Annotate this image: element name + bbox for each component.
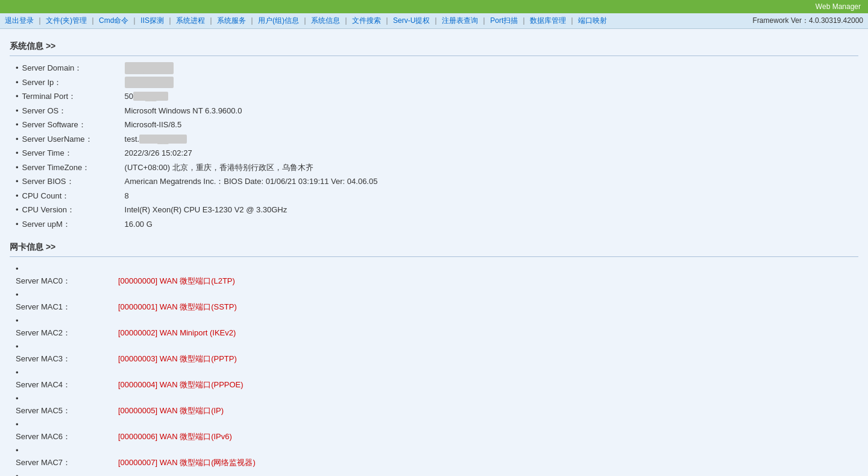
nav-sep-9: ｜ <box>432 16 439 26</box>
mac-value-7: [00000007] WAN 微型端口(网络监视器) <box>118 457 256 469</box>
nav-link-4[interactable]: 系统进程 <box>176 16 205 26</box>
mac-label-7: Server MAC7： <box>16 457 118 469</box>
nav-link-0[interactable]: 退出登录 <box>5 16 34 26</box>
system-info-label-7: Server TimeZone： <box>22 162 125 174</box>
nav-sep-0: ｜ <box>36 16 43 26</box>
system-info-list: Server Domain：████████Server Ip：████████… <box>16 62 858 230</box>
mac-info-item-8: Server MAC8：[00000008] Microsoft 内核调试网络适… <box>16 471 858 476</box>
mac-label-6: Server MAC6： <box>16 431 118 443</box>
nav-link-3[interactable]: IIS探测 <box>140 16 164 26</box>
mac-value-0: [00000000] WAN 微型端口(L2TP) <box>118 275 235 287</box>
mac-info-item-3: Server MAC3：[00000003] WAN 微型端口(PPTP) <box>16 341 858 364</box>
title-bar: Web Manager <box>0 0 868 13</box>
mac-label-0: Server MAC0： <box>16 275 118 287</box>
system-info-value-9: 8 <box>125 190 129 202</box>
system-info-item-1: Server Ip：████████ <box>16 77 858 89</box>
nav-link-5[interactable]: 系统服务 <box>217 16 246 26</box>
system-info-label-5: Server UserName： <box>22 133 125 145</box>
system-info-label-1: Server Ip： <box>22 77 125 89</box>
nav-link-1[interactable]: 文件(夹)管理 <box>46 16 87 26</box>
mac-value-3: [00000003] WAN 微型端口(PPTP) <box>118 353 237 365</box>
system-info-value-10: Intel(R) Xeon(R) CPU E3-1230 V2 @ 3.30GH… <box>125 204 288 216</box>
mac-info-item-6: Server MAC6：[00000006] WAN 微型端口(IPv6) <box>16 419 858 442</box>
mac-info-item-0: Server MAC0：[00000000] WAN 微型端口(L2TP) <box>16 263 858 287</box>
mac-info-title: 网卡信息 >> <box>10 242 858 253</box>
nav-link-2[interactable]: Cmd命令 <box>99 16 128 26</box>
system-info-label-11: Server upM： <box>22 218 125 230</box>
system-info-value-5: test.██ <box>125 133 187 145</box>
nav-sep-11: ｜ <box>520 16 527 26</box>
system-info-value-6: 2022/3/26 15:02:27 <box>125 147 192 159</box>
mac-value-1: [00000001] WAN 微型端口(SSTP) <box>118 301 237 313</box>
nav-sep-6: ｜ <box>301 16 309 26</box>
nav-bar: 退出登录｜文件(夹)管理｜Cmd命令｜IIS探测｜系统进程｜系统服务｜用户(组)… <box>0 13 868 29</box>
mac-info-list: Server MAC0：[00000000] WAN 微型端口(L2TP)Ser… <box>16 263 858 476</box>
system-info-label-2: Terminal Port： <box>22 90 125 103</box>
system-info-label-8: Server BIOS： <box>22 176 125 188</box>
system-info-item-4: Server Software：Microsoft-IIS/8.5 <box>16 119 858 131</box>
nav-link-10[interactable]: 注册表查询 <box>442 16 478 26</box>
system-info-value-7: (UTC+08:00) 北京，重庆，香港特别行政区，乌鲁木齐 <box>125 162 313 174</box>
mac-info-divider <box>10 256 858 257</box>
nav-link-7[interactable]: 系统信息 <box>311 16 340 26</box>
system-info-label-9: CPU Count： <box>22 190 125 202</box>
mac-value-4: [00000004] WAN 微型端口(PPPOE) <box>118 379 244 391</box>
nav-link-6[interactable]: 用户(组)信息 <box>258 16 299 26</box>
system-info-item-3: Server OS：Microsoft Windows NT 6.3.9600.… <box>16 105 858 117</box>
system-info-value-2: 50██ <box>125 90 169 103</box>
system-info-item-8: Server BIOS：American Megatrends Inc.：BIO… <box>16 176 858 188</box>
nav-sep-8: ｜ <box>383 16 391 26</box>
system-info-item-5: Server UserName：test.██ <box>16 133 858 145</box>
nav-sep-1: ｜ <box>89 16 96 26</box>
mac-label-3: Server MAC3： <box>16 353 118 365</box>
system-info-divider <box>10 56 858 56</box>
mac-info-item-2: Server MAC2：[00000002] WAN Miniport (IKE… <box>16 315 858 338</box>
content-area: 系统信息 >> Server Domain：████████Server Ip：… <box>0 29 868 476</box>
mac-label-2: Server MAC2： <box>16 327 118 339</box>
nav-sep-3: ｜ <box>166 16 174 26</box>
nav-link-9[interactable]: Serv-U提权 <box>393 16 430 26</box>
system-info-item-6: Server Time：2022/3/26 15:02:27 <box>16 147 858 159</box>
system-info-value-4: Microsoft-IIS/8.5 <box>125 119 182 131</box>
system-info-item-0: Server Domain：████████ <box>16 62 858 74</box>
title-bar-label: Web Manager <box>816 2 861 11</box>
mac-value-6: [00000006] WAN 微型端口(IPv6) <box>118 431 232 443</box>
nav-links: 退出登录｜文件(夹)管理｜Cmd命令｜IIS探测｜系统进程｜系统服务｜用户(组)… <box>5 16 607 26</box>
system-info-item-2: Terminal Port：50██ <box>16 90 858 103</box>
system-info-label-4: Server Software： <box>22 119 125 131</box>
system-info-title: 系统信息 >> <box>10 41 858 52</box>
system-info-value-0: ████████ <box>125 62 174 74</box>
mac-info-item-5: Server MAC5：[00000005] WAN 微型端口(IP) <box>16 393 858 416</box>
mac-label-5: Server MAC5： <box>16 405 118 417</box>
system-info-item-10: CPU Version：Intel(R) Xeon(R) CPU E3-1230… <box>16 204 858 216</box>
nav-sep-12: ｜ <box>568 16 576 26</box>
system-info-value-11: 16.00 G <box>125 218 153 230</box>
nav-link-13[interactable]: 端口映射 <box>578 16 607 26</box>
system-info-label-6: Server Time： <box>22 147 125 159</box>
nav-sep-7: ｜ <box>342 16 350 26</box>
system-info-item-7: Server TimeZone：(UTC+08:00) 北京，重庆，香港特别行政… <box>16 162 858 174</box>
mac-value-2: [00000002] WAN Miniport (IKEv2) <box>118 327 236 339</box>
mac-label-1: Server MAC1： <box>16 301 118 313</box>
system-info-label-0: Server Domain： <box>22 62 125 74</box>
nav-sep-4: ｜ <box>207 16 215 26</box>
system-info-label-10: CPU Version： <box>22 204 125 216</box>
framework-version: Framework Ver：4.0.30319.42000 <box>753 16 863 26</box>
mac-label-4: Server MAC4： <box>16 379 118 391</box>
system-info-label-3: Server OS： <box>22 105 125 117</box>
nav-link-12[interactable]: 数据库管理 <box>530 16 566 26</box>
nav-sep-10: ｜ <box>480 16 488 26</box>
system-info-item-9: CPU Count：8 <box>16 190 858 202</box>
mac-value-5: [00000005] WAN 微型端口(IP) <box>118 405 224 417</box>
system-info-value-1: ████████ <box>125 77 174 89</box>
system-info-value-3: Microsoft Windows NT 6.3.9600.0 <box>125 105 242 117</box>
nav-sep-5: ｜ <box>248 16 256 26</box>
mac-info-item-4: Server MAC4：[00000004] WAN 微型端口(PPPOE) <box>16 367 858 390</box>
mac-info-item-1: Server MAC1：[00000001] WAN 微型端口(SSTP) <box>16 289 858 313</box>
mac-info-item-7: Server MAC7：[00000007] WAN 微型端口(网络监视器) <box>16 445 858 468</box>
nav-sep-2: ｜ <box>131 16 138 26</box>
system-info-item-11: Server upM：16.00 G <box>16 218 858 230</box>
nav-link-8[interactable]: 文件搜索 <box>352 16 381 26</box>
nav-link-11[interactable]: Port扫描 <box>490 16 518 26</box>
system-info-value-8: American Megatrends Inc.：BIOS Date: 01/0… <box>125 176 378 188</box>
